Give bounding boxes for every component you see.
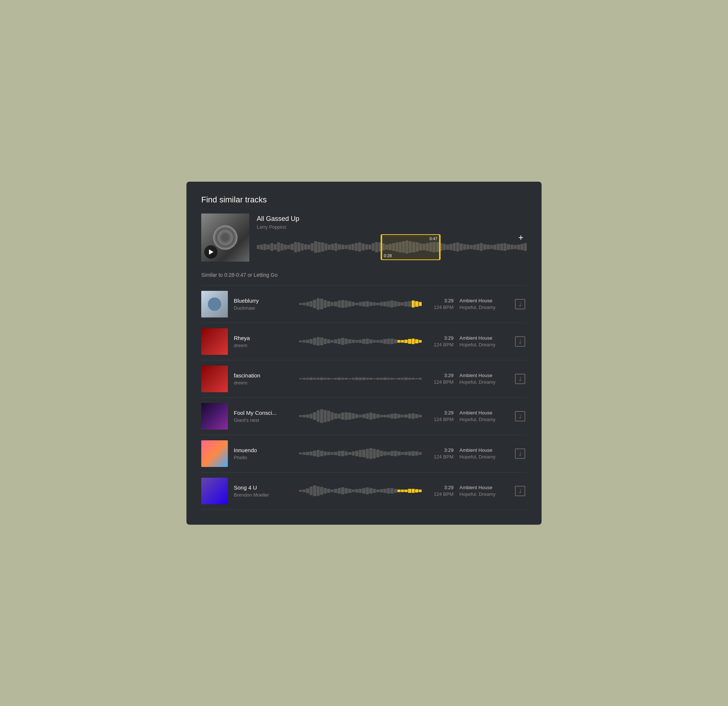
track-duration-bpm: 3:29 124 BPM xyxy=(428,447,454,460)
track-thumbnail xyxy=(201,478,228,504)
track-duration: 3:29 xyxy=(428,485,454,490)
track-bpm: 124 BPM xyxy=(428,342,454,347)
mini-waveform-bars xyxy=(299,295,422,314)
find-similar-modal: Find similar tracks All Gassed Up Larry … xyxy=(186,182,542,525)
track-duration: 3:29 xyxy=(428,373,454,378)
track-artist: Giant's nest xyxy=(234,417,293,423)
selection-handle-right[interactable] xyxy=(439,235,441,259)
track-name: Innuendo xyxy=(234,447,293,453)
track-thumbnail xyxy=(201,328,228,355)
track-item: Blueblurry Duckmaw 3:29 124 BPM Ambient … xyxy=(201,285,527,323)
add-button[interactable]: + xyxy=(515,231,527,243)
track-genre: Ambient House xyxy=(459,373,507,378)
track-duration: 3:29 xyxy=(428,447,454,453)
track-mood: Hopeful, Dreamy xyxy=(459,379,507,385)
music-note-icon: ♩ xyxy=(519,451,521,457)
track-duration-bpm: 3:29 124 BPM xyxy=(428,298,454,310)
mini-waveform-bars xyxy=(299,482,422,501)
track-duration: 3:29 xyxy=(428,298,454,304)
track-item: fascination dreem 3:29 124 BPM Ambient H… xyxy=(201,360,527,397)
mini-waveform-bars xyxy=(299,332,422,351)
mini-waveform-bars xyxy=(299,369,422,389)
track-genre-mood: Ambient House Hopeful, Dreamy xyxy=(459,410,507,422)
selection-handle-left[interactable] xyxy=(381,235,382,259)
track-name-artist: Song 4 U Brendon Moeller xyxy=(234,485,293,498)
track-name-artist: Blueblurry Duckmaw xyxy=(234,298,293,311)
track-waveform[interactable] xyxy=(299,444,422,463)
track-artist: dreem xyxy=(234,343,293,348)
track-name: Fool My Consci... xyxy=(234,409,293,416)
track-action[interactable]: ♩ xyxy=(513,411,527,421)
track-item: Innuendo Phello 3:29 124 BPM Ambient Hou… xyxy=(201,435,527,472)
track-action[interactable]: ♩ xyxy=(513,336,527,347)
source-track-name: All Gassed Up xyxy=(257,215,527,223)
track-genre: Ambient House xyxy=(459,335,507,341)
track-thumbnail xyxy=(201,366,228,392)
track-thumbnail xyxy=(201,291,228,317)
selection-end-time: 0:47 xyxy=(429,236,437,241)
track-duration-bpm: 3:29 124 BPM xyxy=(428,373,454,385)
selection-start-time: 0:28 xyxy=(384,253,392,258)
track-name-artist: Rheya dreem xyxy=(234,335,293,348)
track-genre: Ambient House xyxy=(459,298,507,304)
track-mood: Hopeful, Dreamy xyxy=(459,491,507,497)
selection-overlay[interactable]: 0:47 0:28 xyxy=(381,234,441,260)
track-genre: Ambient House xyxy=(459,410,507,415)
track-duration: 3:29 xyxy=(428,335,454,341)
track-genre: Ambient House xyxy=(459,447,507,453)
add-to-library-button[interactable]: ♩ xyxy=(515,374,525,384)
track-artist: Phello xyxy=(234,455,293,460)
track-genre-mood: Ambient House Hopeful, Dreamy xyxy=(459,373,507,385)
track-duration-bpm: 3:29 124 BPM xyxy=(428,335,454,347)
track-name-artist: Innuendo Phello xyxy=(234,447,293,460)
track-artist: Brendon Moeller xyxy=(234,492,293,498)
mini-waveform-bars xyxy=(299,444,422,463)
track-waveform[interactable] xyxy=(299,369,422,389)
track-duration: 3:29 xyxy=(428,410,454,415)
track-bpm: 124 BPM xyxy=(428,379,454,385)
track-action[interactable]: ♩ xyxy=(513,299,527,309)
music-note-icon: ♩ xyxy=(519,488,521,494)
music-note-icon: ♩ xyxy=(519,301,521,307)
track-thumbnail xyxy=(201,403,228,430)
track-bpm: 124 BPM xyxy=(428,305,454,310)
track-item: Rheya dreem 3:29 124 BPM Ambient House H… xyxy=(201,323,527,360)
add-to-library-button[interactable]: ♩ xyxy=(515,299,525,309)
source-waveform[interactable]: 0:47 0:28 xyxy=(257,234,527,260)
play-button[interactable] xyxy=(204,245,218,259)
source-album-art xyxy=(201,214,249,262)
track-item: Fool My Consci... Giant's nest 3:29 124 … xyxy=(201,397,527,435)
play-icon xyxy=(209,249,214,255)
track-artist: dreem xyxy=(234,380,293,386)
track-list: Blueblurry Duckmaw 3:29 124 BPM Ambient … xyxy=(201,285,527,510)
add-to-library-button[interactable]: ♩ xyxy=(515,411,525,421)
source-track: All Gassed Up Larry Poppinz 0:47 0:28 + xyxy=(201,214,527,262)
track-duration-bpm: 3:29 124 BPM xyxy=(428,410,454,422)
track-waveform[interactable] xyxy=(299,332,422,351)
track-waveform[interactable] xyxy=(299,407,422,426)
add-to-library-button[interactable]: ♩ xyxy=(515,486,525,496)
track-name: Rheya xyxy=(234,335,293,341)
modal-title: Find similar tracks xyxy=(201,195,527,205)
track-action[interactable]: ♩ xyxy=(513,374,527,384)
track-name-artist: fascination dreem xyxy=(234,372,293,386)
track-genre-mood: Ambient House Hopeful, Dreamy xyxy=(459,485,507,497)
track-waveform[interactable] xyxy=(299,482,422,501)
track-action[interactable]: ♩ xyxy=(513,448,527,459)
track-action[interactable]: ♩ xyxy=(513,486,527,496)
track-artist: Duckmaw xyxy=(234,305,293,311)
track-waveform[interactable] xyxy=(299,295,422,314)
add-to-library-button[interactable]: ♩ xyxy=(515,448,525,459)
track-thumbnail xyxy=(201,440,228,467)
track-name: fascination xyxy=(234,372,293,379)
track-mood: Hopeful, Dreamy xyxy=(459,454,507,460)
similar-label: Similar to 0:28-0:47 or Letting Go xyxy=(201,272,527,278)
track-genre-mood: Ambient House Hopeful, Dreamy xyxy=(459,335,507,347)
track-mood: Hopeful, Dreamy xyxy=(459,342,507,347)
add-to-library-button[interactable]: ♩ xyxy=(515,336,525,347)
music-note-icon: ♩ xyxy=(519,339,521,344)
music-note-icon: ♩ xyxy=(519,413,521,419)
track-mood: Hopeful, Dreamy xyxy=(459,417,507,422)
track-name-artist: Fool My Consci... Giant's nest xyxy=(234,409,293,423)
track-bpm: 124 BPM xyxy=(428,491,454,497)
